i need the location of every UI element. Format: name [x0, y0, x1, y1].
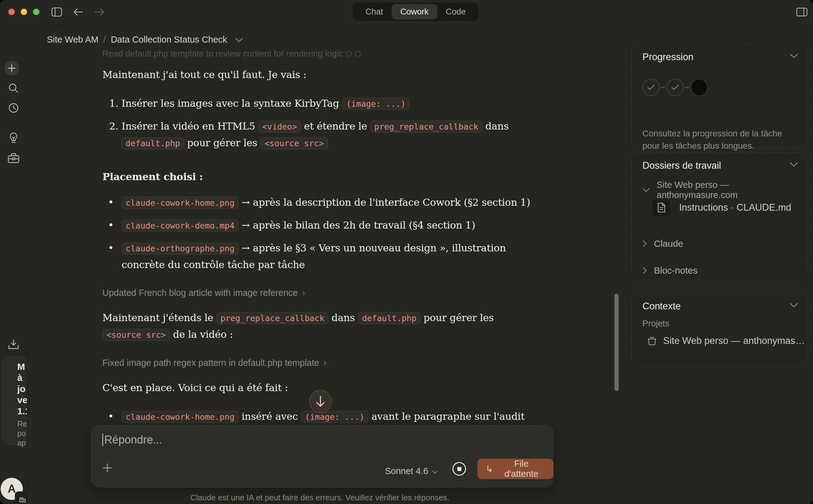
- panel-context-title: Contexte: [642, 301, 681, 312]
- list-item: claude-cowork-demo.mp4 → après le bilan …: [122, 217, 534, 234]
- panel-folders-title: Dossiers de travail: [642, 160, 721, 171]
- file-label: Instructions · CLAUDE.md: [679, 202, 791, 213]
- panel-context: Contexte Projets Site Web perso — anthon…: [631, 293, 808, 366]
- chevron-down-icon[interactable]: [790, 53, 798, 60]
- context-project-label: Site Web perso — anthonymas…: [663, 335, 805, 346]
- context-project-row[interactable]: Site Web perso — anthonymas…: [647, 335, 805, 346]
- chevron-down-icon: [432, 466, 438, 476]
- panel-progression-title: Progression: [642, 52, 693, 63]
- back-icon[interactable]: [73, 6, 84, 18]
- zoom-window-button[interactable]: [33, 9, 39, 15]
- inline-code: preg_replace_callback: [217, 312, 328, 324]
- inline-code: (image: ...): [342, 98, 410, 110]
- context-group-label: Projets: [642, 319, 669, 328]
- lightbulb-icon[interactable]: [0, 132, 27, 144]
- inline-code: claude-cowork-home.png: [122, 197, 238, 209]
- search-icon[interactable]: [0, 83, 27, 93]
- message-list: Insérer les images avec la syntaxe Kirby…: [102, 95, 534, 151]
- status-ring-icon: [355, 51, 361, 57]
- clipped-tool-result[interactable]: Read default.php template to review cont…: [102, 49, 534, 59]
- progress-steps: [642, 79, 708, 96]
- breadcrumb-project[interactable]: Site Web AM: [47, 35, 98, 45]
- folder-root-label: Site Web perso — anthonymasure.com: [657, 180, 807, 200]
- inline-code: <source src>: [102, 329, 170, 341]
- progression-caption: Consultez la progression de la tâche pou…: [642, 127, 800, 152]
- step-done-icon: [642, 79, 660, 96]
- folder-label: Claude: [654, 238, 683, 249]
- stop-button[interactable]: [450, 459, 469, 479]
- chevron-down-icon[interactable]: [235, 35, 243, 45]
- inline-code: claude-cowork-home.png: [122, 411, 238, 423]
- title-bar: Chat Cowork Code: [0, 0, 813, 25]
- folder-root-row[interactable]: Site Web perso — anthonymasure.com: [642, 180, 807, 200]
- new-chat-button[interactable]: [4, 61, 19, 76]
- folder-label: Bloc-notes: [654, 265, 698, 276]
- chevron-right-icon: ›: [302, 288, 305, 298]
- list-item: Insérer les images avec la syntaxe Kirby…: [122, 95, 534, 112]
- arrow-turn-down-right-icon: ↳: [485, 464, 493, 474]
- chevron-down-icon[interactable]: [790, 303, 798, 309]
- message-list: claude-cowork-home.png → après la descri…: [102, 194, 534, 273]
- list-item: claude-cowork-home.png → après la descri…: [122, 194, 534, 211]
- folder-row-claude[interactable]: Claude: [642, 238, 683, 249]
- inline-code: <video>: [258, 121, 301, 133]
- vertical-scrollbar-thumb[interactable]: [614, 294, 619, 391]
- tool-result-row[interactable]: Updated French blog article with image r…: [102, 288, 534, 298]
- ai-disclaimer: Claude est une IA et peut faire des erre…: [102, 493, 537, 502]
- inline-code: default.php: [358, 312, 421, 324]
- text-cursor: [102, 433, 103, 446]
- history-clock-icon[interactable]: [0, 103, 27, 113]
- close-window-button[interactable]: [8, 9, 15, 15]
- breadcrumb-separator: /: [103, 35, 106, 45]
- chevron-right-icon: ›: [324, 358, 327, 368]
- left-sidebar-toggle-icon[interactable]: [51, 6, 62, 18]
- document-icon: [653, 199, 670, 216]
- chevron-right-icon: [642, 240, 647, 247]
- left-rail: M à jo ve 1.1 Re po ap A: [0, 25, 27, 504]
- panel-working-folders: Dossiers de travail Site Web perso — ant…: [631, 152, 808, 280]
- message-paragraph: Maintenant j'étends le preg_replace_call…: [102, 310, 534, 343]
- update-toast-text: M à jo ve 1.1 Re po ap: [17, 361, 27, 448]
- step-active-icon: [691, 79, 708, 96]
- chevron-down-icon: [642, 188, 650, 192]
- folder-row-bloc-notes[interactable]: Bloc-notes: [642, 265, 698, 276]
- mode-switcher: Chat Cowork Code: [353, 2, 479, 21]
- step-connector: [661, 87, 665, 88]
- forward-icon[interactable]: [94, 6, 105, 18]
- workspace-canvas: Site Web AM / Data Collection Status Che…: [27, 25, 813, 504]
- downloads-tray-icon[interactable]: [0, 339, 27, 349]
- scroll-to-bottom-button[interactable]: [309, 390, 332, 413]
- toolbox-icon[interactable]: [0, 153, 27, 163]
- minimize-window-button[interactable]: [21, 9, 27, 15]
- reply-input[interactable]: Répondre...: [104, 433, 162, 446]
- tool-result-label: Updated French blog article with image r…: [102, 288, 298, 298]
- inline-code: preg_replace_callback: [370, 121, 482, 133]
- file-row-claude-md[interactable]: Instructions · CLAUDE.md: [653, 199, 791, 216]
- organization-badge-icon: [15, 491, 27, 504]
- conversation-thread: Read default.php template to review cont…: [102, 49, 534, 477]
- message-heading: Placement choisi :: [102, 169, 534, 185]
- right-sidebar-toggle-icon[interactable]: [796, 6, 807, 18]
- tool-result-row[interactable]: Fixed image path regex pattern in defaul…: [102, 358, 534, 368]
- breadcrumb[interactable]: Site Web AM / Data Collection Status Che…: [47, 35, 243, 45]
- tab-code[interactable]: Code: [437, 4, 475, 19]
- inline-code: default.php: [122, 137, 184, 149]
- tool-result-label: Fixed image path regex pattern in defaul…: [102, 358, 319, 368]
- reply-composer[interactable]: Répondre... Sonnet 4.6 ↳ File d'attente: [91, 425, 554, 487]
- tab-chat[interactable]: Chat: [357, 4, 392, 19]
- stop-icon: [452, 462, 466, 476]
- chevron-down-icon[interactable]: [790, 162, 798, 168]
- panel-divider: [632, 258, 807, 258]
- tab-cowork[interactable]: Cowork: [392, 4, 437, 19]
- attach-plus-icon[interactable]: [102, 463, 112, 474]
- inline-code: <source src>: [260, 137, 328, 149]
- app-window: Chat Cowork Code Site Web AM / Data Coll…: [0, 0, 813, 504]
- inline-code: (image: ...): [301, 411, 369, 423]
- queue-message-button[interactable]: ↳ File d'attente: [477, 459, 553, 479]
- status-ring-icon: [346, 51, 352, 57]
- step-connector: [685, 87, 689, 88]
- breadcrumb-chat-title[interactable]: Data Collection Status Check: [111, 35, 227, 45]
- inline-code: claude-cowork-demo.mp4: [122, 220, 238, 232]
- project-box-icon: [647, 336, 657, 346]
- model-selector[interactable]: Sonnet 4.6: [385, 466, 438, 476]
